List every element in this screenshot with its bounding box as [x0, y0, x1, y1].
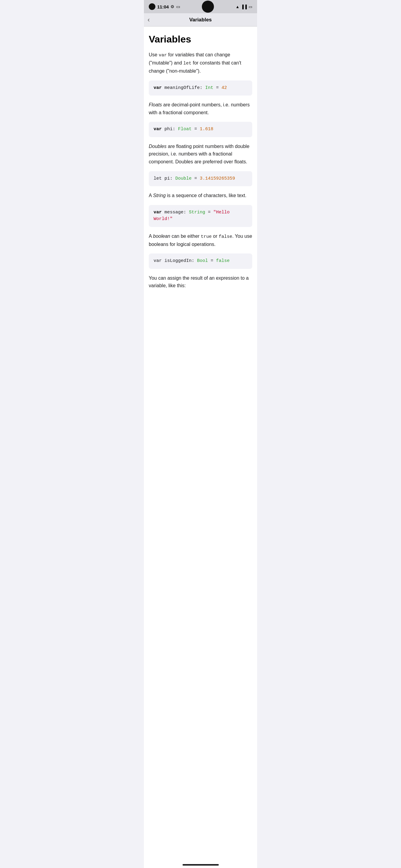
- text-string: A String is a sequence of characters, li…: [149, 192, 252, 199]
- status-bar-left: 11:04 ⚙ ▭: [149, 3, 180, 10]
- code-let: let: [183, 61, 192, 66]
- type-float: Float: [178, 127, 192, 132]
- code-message-label: message:: [162, 210, 189, 215]
- text-doubles: Doubles are floating point numbers with …: [149, 143, 252, 166]
- content-area: Variables Use var for variables that can…: [144, 27, 257, 868]
- status-bar-center: [202, 1, 214, 13]
- val-false: false: [216, 258, 230, 264]
- status-time: 11:04: [157, 4, 169, 9]
- code-block-string: var message: String = "Hello World!": [149, 205, 252, 227]
- settings-icon: ⚙: [170, 4, 174, 9]
- nav-bar: ‹ Variables: [144, 13, 257, 27]
- em-string: String: [153, 193, 166, 198]
- em-floats: Floats: [149, 102, 162, 107]
- status-bar: 11:04 ⚙ ▭ ▲ ▐▐ ▭: [144, 0, 257, 13]
- page-title: Variables: [149, 34, 252, 45]
- kw-var-4: var: [153, 258, 162, 264]
- kw-var-3: var: [153, 210, 162, 215]
- battery-icon: ▭: [249, 4, 252, 9]
- code-false: false: [219, 234, 232, 239]
- num-42: 42: [222, 85, 227, 90]
- wifi-icon: ▲: [236, 4, 239, 9]
- type-string: String: [189, 210, 205, 215]
- num-phi: 1.618: [200, 127, 213, 132]
- code-equals-4: =: [205, 210, 213, 215]
- text-var-let: Use var for variables that can change ("…: [149, 51, 252, 75]
- text-floats: Floats are decimal-point numbers, i.e. n…: [149, 101, 252, 116]
- code-pi-label: pi:: [162, 176, 175, 181]
- back-button[interactable]: ‹: [147, 17, 150, 23]
- code-true: true: [201, 234, 212, 239]
- type-int: Int: [205, 85, 213, 90]
- code-meaning-label: meaningOfLife:: [162, 85, 205, 90]
- camera-icon: [149, 3, 155, 10]
- notch-circle: [202, 1, 214, 13]
- code-block-float: var phi: Float = 1.618: [149, 122, 252, 137]
- em-doubles: Doubles: [149, 144, 167, 149]
- text-boolean: A boolean can be either true or false. Y…: [149, 232, 252, 248]
- code-equals-1: =: [213, 85, 222, 90]
- type-bool: Bool: [197, 258, 208, 264]
- back-chevron-icon: ‹: [147, 17, 150, 23]
- code-loggedin-label: isLoggedIn:: [162, 258, 197, 264]
- sim-icon: ▭: [176, 4, 180, 9]
- code-equals-2: =: [192, 127, 200, 132]
- nav-title: Variables: [189, 17, 212, 23]
- code-block-int: var meaningOfLife: Int = 42: [149, 81, 252, 96]
- num-pi: 3.14159265359: [200, 176, 235, 181]
- code-block-double: let pi: Double = 3.14159265359: [149, 171, 252, 187]
- code-equals-3: =: [192, 176, 200, 181]
- code-phi-label: phi:: [162, 127, 178, 132]
- text-expression: You can assign the result of an expressi…: [149, 274, 252, 290]
- kw-var-1: var: [153, 85, 162, 90]
- em-boolean: boolean: [153, 234, 170, 239]
- code-var: var: [159, 53, 167, 58]
- kw-let: let: [153, 176, 162, 181]
- signal-icon: ▐▐: [241, 4, 247, 9]
- type-double: Double: [175, 176, 192, 181]
- status-bar-right: ▲ ▐▐ ▭: [236, 4, 252, 9]
- code-block-bool: var isLoggedIn: Bool = false: [149, 253, 252, 269]
- home-indicator: [182, 864, 219, 866]
- code-equals-5: =: [208, 258, 216, 264]
- kw-var-2: var: [153, 127, 162, 132]
